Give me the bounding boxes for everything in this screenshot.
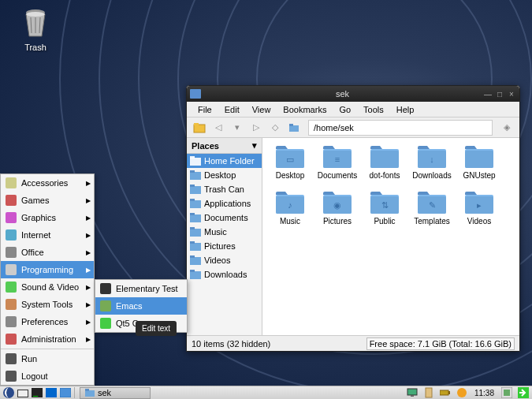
menu-system-tools[interactable]: System Tools▶ bbox=[1, 296, 94, 313]
folder-templates[interactable]: ✎Templates bbox=[409, 188, 455, 233]
svg-rect-56 bbox=[6, 195, 17, 206]
trash-icon bbox=[20, 8, 51, 39]
chevron-down-icon: ▾ bbox=[252, 140, 257, 151]
new-tab-button[interactable] bbox=[192, 120, 207, 136]
maximize-button[interactable]: □ bbox=[495, 89, 504, 99]
menu-preferences[interactable]: Preferences▶ bbox=[1, 313, 94, 330]
folder-pictures[interactable]: ◉Pictures bbox=[314, 188, 360, 233]
svg-rect-34 bbox=[370, 151, 399, 168]
menu-games[interactable]: Games▶ bbox=[1, 192, 94, 209]
tray-display-icon[interactable] bbox=[405, 387, 419, 399]
sidebar-place-music[interactable]: Music bbox=[187, 225, 262, 239]
folder-icon: ≡ bbox=[322, 144, 353, 170]
svg-rect-58 bbox=[6, 229, 17, 241]
home-button[interactable] bbox=[286, 120, 302, 136]
status-free-space: Free space: 7.1 GiB (Total: 16.6 GiB) bbox=[366, 337, 515, 350]
sidebar-place-downloads[interactable]: Downloads bbox=[187, 267, 262, 282]
sidebar-place-documents[interactable]: Documents bbox=[187, 211, 262, 225]
svg-rect-78 bbox=[85, 389, 89, 391]
folder-icon: ▭ bbox=[274, 144, 306, 170]
menu-logout[interactable]: Logout bbox=[1, 367, 94, 385]
taskbar-clock[interactable]: 11:38 bbox=[471, 389, 497, 397]
category-icon bbox=[6, 264, 17, 275]
places-header[interactable]: Places ▾ bbox=[187, 138, 262, 154]
svg-text:↓: ↓ bbox=[430, 155, 434, 164]
back-button[interactable]: ◁ bbox=[210, 120, 226, 136]
menu-edit[interactable]: Edit bbox=[218, 105, 246, 114]
taskbar-divider bbox=[74, 387, 75, 398]
sidebar-place-applications[interactable]: Applications bbox=[187, 196, 262, 211]
menu-internet[interactable]: Internet▶ bbox=[1, 226, 94, 244]
minimize-button[interactable]: — bbox=[483, 89, 493, 99]
folder-view[interactable]: ▭Desktop≡Documentsdot-fonts↓DownloadsGNU… bbox=[262, 138, 519, 335]
menu-tools[interactable]: Tools bbox=[357, 105, 390, 114]
svg-rect-8 bbox=[289, 124, 293, 126]
folder-public[interactable]: ⇅Public bbox=[362, 188, 407, 233]
menu-sound-video[interactable]: Sound & Video▶ bbox=[1, 278, 94, 296]
menu-bookmarks[interactable]: Bookmarks bbox=[277, 105, 333, 114]
menu-graphics[interactable]: Graphics▶ bbox=[1, 209, 94, 226]
menu-accessories[interactable]: Accessories▶ bbox=[1, 174, 94, 192]
menu-administration[interactable]: Administration▶ bbox=[1, 330, 94, 348]
address-bar[interactable]: /home/sek bbox=[308, 120, 493, 136]
tray-clipboard-icon[interactable] bbox=[422, 387, 436, 399]
menu-file[interactable]: File bbox=[192, 105, 218, 114]
svg-rect-69 bbox=[100, 318, 111, 329]
svg-rect-25 bbox=[190, 271, 201, 279]
up-button[interactable]: ◇ bbox=[267, 120, 283, 136]
tray-network-icon[interactable] bbox=[500, 387, 514, 399]
trash-desktop-icon[interactable]: Trash bbox=[20, 8, 51, 52]
sidebar-place-trash-can[interactable]: Trash Can bbox=[187, 182, 262, 196]
folder-gnustep[interactable]: GNUstep bbox=[456, 143, 502, 187]
submenu-emacs[interactable]: Emacs bbox=[95, 297, 187, 315]
folder-videos[interactable]: ▸Videos bbox=[456, 188, 502, 233]
terminal-launcher[interactable]: _ bbox=[30, 387, 44, 399]
menu-programming[interactable]: Programming▶ bbox=[1, 261, 94, 278]
folder-dot-fonts[interactable]: dot-fonts bbox=[362, 143, 407, 187]
window-titlebar[interactable]: sek — □ × bbox=[187, 86, 519, 102]
menu-help[interactable]: Help bbox=[390, 105, 421, 114]
logout-icon[interactable] bbox=[516, 387, 530, 399]
sidebar-place-desktop[interactable]: Desktop bbox=[187, 168, 262, 182]
show-desktop-button[interactable] bbox=[58, 387, 73, 399]
svg-rect-68 bbox=[100, 300, 111, 311]
menu-run[interactable]: Run bbox=[1, 350, 94, 367]
svg-rect-79 bbox=[407, 389, 417, 395]
folder-icon bbox=[190, 270, 201, 279]
taskbar-task-sek[interactable]: sek bbox=[80, 387, 151, 399]
sidebar-place-pictures[interactable]: Pictures bbox=[187, 239, 262, 253]
sidebar-place-home-folder[interactable]: Home Folder bbox=[187, 154, 262, 168]
tray-updates-icon[interactable] bbox=[455, 387, 469, 399]
svg-rect-7 bbox=[289, 125, 299, 132]
svg-rect-86 bbox=[504, 390, 510, 396]
go-button[interactable]: ◈ bbox=[499, 120, 515, 136]
file-manager-launcher[interactable] bbox=[16, 387, 30, 399]
forward-button[interactable]: ▷ bbox=[248, 120, 264, 136]
submenu-elementary-test[interactable]: Elementary Test bbox=[95, 280, 187, 297]
close-button[interactable]: × bbox=[507, 89, 516, 99]
folder-desktop[interactable]: ▭Desktop bbox=[267, 143, 313, 187]
menu-view[interactable]: View bbox=[246, 105, 277, 114]
tray-battery-icon[interactable] bbox=[438, 387, 452, 399]
folder-downloads[interactable]: ↓Downloads bbox=[409, 143, 455, 187]
category-icon bbox=[6, 212, 17, 223]
folder-documents[interactable]: ≡Documents bbox=[314, 143, 360, 187]
folder-icon: ♪ bbox=[274, 190, 306, 215]
folder-music[interactable]: ♪Music bbox=[267, 188, 313, 233]
menu-go[interactable]: Go bbox=[333, 105, 357, 114]
svg-rect-16 bbox=[190, 199, 195, 201]
sidebar-place-videos[interactable]: Videos bbox=[187, 253, 262, 267]
folder-icon bbox=[190, 89, 201, 99]
browser-launcher[interactable] bbox=[44, 387, 58, 399]
folder-icon: ⇅ bbox=[369, 190, 400, 215]
start-button[interactable] bbox=[2, 387, 16, 399]
menu-office[interactable]: Office▶ bbox=[1, 244, 94, 261]
svg-rect-20 bbox=[190, 227, 195, 229]
svg-rect-63 bbox=[6, 316, 17, 327]
svg-rect-76 bbox=[60, 388, 71, 397]
svg-rect-59 bbox=[6, 247, 17, 258]
chevron-right-icon: ▶ bbox=[86, 336, 91, 343]
category-icon bbox=[6, 334, 17, 345]
history-button[interactable]: ▾ bbox=[229, 120, 245, 136]
svg-rect-65 bbox=[6, 353, 17, 364]
